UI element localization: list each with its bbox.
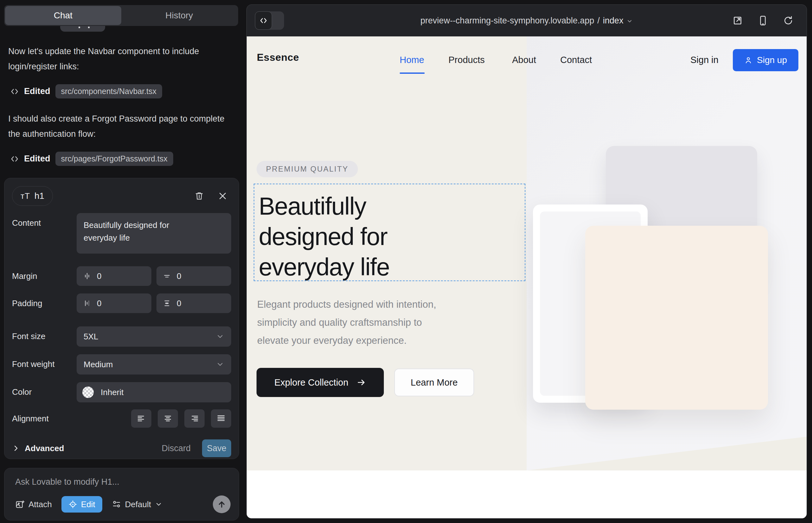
- chevron-down-icon: [216, 332, 224, 341]
- edited-label: Edited: [24, 154, 50, 164]
- type-icon: тT: [21, 191, 30, 201]
- padding-x-input[interactable]: 0: [77, 293, 152, 313]
- sign-up-button[interactable]: Sign up: [733, 49, 798, 71]
- element-editor-panel: тT h1 Content Beautifully designed for e…: [4, 178, 239, 459]
- app-root: Chat History Now let's update the Navbar…: [0, 0, 812, 523]
- content-textarea[interactable]: Beautifully designed for everyday life: [77, 213, 231, 254]
- url-separator: /: [597, 16, 600, 26]
- file-chip[interactable]: src/components/Navbar.tsx: [55, 84, 162, 98]
- nav-link-about[interactable]: About: [512, 55, 536, 65]
- font-weight-select[interactable]: Medium: [77, 354, 231, 375]
- prompt-composer[interactable]: Ask Lovable to modify H1... Attach Edit: [4, 468, 239, 521]
- hero-heading-line[interactable]: everyday life: [259, 252, 390, 282]
- premium-quality-badge: PREMIUM QUALITY: [257, 161, 358, 177]
- edited-file-row[interactable]: Edited src/components/Navbar.tsx: [8, 84, 229, 98]
- close-icon[interactable]: [218, 191, 227, 201]
- tab-chat[interactable]: Chat: [5, 6, 121, 25]
- margin-x-input[interactable]: 0: [77, 266, 152, 286]
- explore-collection-button[interactable]: Explore Collection: [257, 368, 384, 397]
- learn-more-button[interactable]: Learn More: [394, 368, 474, 396]
- chat-sidebar: Chat History Now let's update the Navbar…: [0, 0, 241, 523]
- chat-messages: Now let's update the Navbar component to…: [0, 44, 241, 166]
- font-size-select[interactable]: 5XL: [77, 326, 231, 347]
- edit-mode-button[interactable]: Edit: [61, 496, 102, 512]
- nav-link-home[interactable]: Home: [400, 55, 424, 65]
- attach-image-icon: [15, 500, 25, 509]
- code-icon: [10, 155, 19, 163]
- sign-in-link[interactable]: Sign in: [690, 55, 719, 65]
- chevron-down-icon: [216, 360, 224, 368]
- content-label: Content: [12, 213, 77, 228]
- discard-button[interactable]: Discard: [161, 444, 191, 453]
- padding-vertical-icon: [163, 299, 171, 307]
- nav-link-products[interactable]: Products: [448, 55, 484, 65]
- alignment-label: Alignment: [12, 409, 77, 423]
- decorative-card-peach: [585, 226, 768, 410]
- user-icon: [744, 56, 753, 64]
- site-logo[interactable]: Essence: [257, 52, 299, 63]
- margin-vertical-icon: [163, 272, 171, 280]
- chat-history-tabs: Chat History: [4, 5, 238, 26]
- tab-history[interactable]: History: [121, 6, 237, 25]
- padding-label: Padding: [12, 293, 77, 308]
- arrow-right-icon: [357, 378, 366, 387]
- align-left-button[interactable]: [131, 409, 152, 428]
- align-center-button[interactable]: [158, 409, 178, 428]
- default-mode-select[interactable]: Default: [112, 500, 162, 509]
- site-preview: Essence Home Products About Contact Sign…: [247, 36, 807, 519]
- selected-element-chip[interactable]: тT h1: [12, 186, 53, 206]
- next-section: [247, 470, 807, 519]
- composer-placeholder[interactable]: Ask Lovable to modify H1...: [15, 477, 231, 487]
- sliders-icon: [112, 500, 121, 509]
- font-weight-label: Font weight: [12, 354, 77, 369]
- decorative-wedge: [527, 429, 807, 470]
- code-icon: [10, 87, 19, 96]
- hero-heading-line[interactable]: designed for: [259, 221, 387, 252]
- advanced-toggle[interactable]: Advanced: [12, 444, 64, 453]
- element-tag: h1: [35, 191, 44, 201]
- margin-horizontal-icon: [83, 272, 91, 280]
- save-button[interactable]: Save: [202, 439, 231, 457]
- hero-heading-line[interactable]: Beautifully: [259, 191, 366, 221]
- color-select[interactable]: Inherit: [77, 382, 231, 402]
- assistant-message: Now let's update the Navbar component to…: [8, 44, 229, 74]
- edited-file-row[interactable]: Edited src/pages/ForgotPassword.tsx: [8, 152, 229, 166]
- nav-link-contact[interactable]: Contact: [560, 55, 592, 65]
- attach-button[interactable]: Attach: [15, 500, 52, 509]
- send-button[interactable]: [213, 495, 231, 513]
- target-icon: [68, 500, 77, 509]
- open-external-button[interactable]: [729, 16, 746, 26]
- align-right-button[interactable]: [184, 409, 205, 428]
- active-nav-underline: [400, 72, 425, 74]
- padding-horizontal-icon: [83, 299, 91, 307]
- chevron-down-icon: [626, 18, 633, 24]
- mobile-view-button[interactable]: [754, 15, 772, 26]
- font-size-label: Font size: [12, 326, 77, 341]
- edited-label: Edited: [24, 86, 50, 96]
- hero-description-line: simplicity and quality craftsmanship to: [257, 313, 422, 331]
- file-chip[interactable]: src/pages/ForgotPassword.tsx: [55, 152, 173, 166]
- browser-toolbar: preview--charming-site-symphony.lovable.…: [247, 5, 807, 36]
- url-bar[interactable]: preview--charming-site-symphony.lovable.…: [247, 5, 807, 36]
- clipped-file-chip: [60, 26, 105, 32]
- padding-y-input[interactable]: 0: [156, 293, 231, 313]
- align-justify-button[interactable]: [211, 409, 231, 428]
- chevron-down-icon: [155, 501, 162, 508]
- url-domain: preview--charming-site-symphony.lovable.…: [421, 16, 595, 26]
- url-path: index: [603, 16, 623, 26]
- transparency-swatch-icon: [82, 386, 94, 398]
- delete-element-button[interactable]: [194, 191, 204, 201]
- assistant-message: I should also create a Forgot Password p…: [8, 111, 229, 142]
- hero-description-line: elevate your everyday experience.: [257, 331, 407, 349]
- margin-y-input[interactable]: 0: [156, 266, 231, 286]
- color-label: Color: [12, 382, 77, 397]
- preview-browser-frame: preview--charming-site-symphony.lovable.…: [246, 4, 807, 519]
- refresh-button[interactable]: [779, 16, 797, 26]
- margin-label: Margin: [12, 266, 77, 281]
- hero-description-line: Elegant products designed with intention…: [257, 295, 436, 313]
